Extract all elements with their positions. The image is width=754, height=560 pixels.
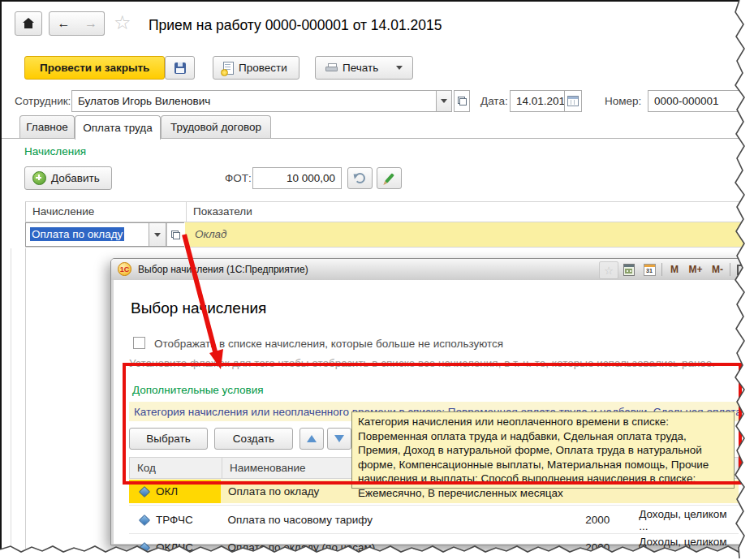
row-code: ТРФЧС — [156, 514, 193, 526]
accrual-selected-text[interactable]: Оплата по окладу — [30, 227, 124, 241]
employee-value: Булатов Игорь Виленович — [78, 95, 210, 107]
indicators-cell[interactable]: Оклад — [185, 222, 754, 247]
employee-input[interactable]: Булатов Игорь Виленович — [71, 90, 437, 112]
row-number: 2000 — [439, 514, 618, 526]
annotation-rectangle — [123, 363, 742, 485]
show-unused-checkbox[interactable] — [133, 337, 145, 349]
maximize-button[interactable] — [735, 261, 751, 278]
tab-salary[interactable]: Оплата труда — [75, 115, 161, 140]
column-divider — [186, 202, 187, 222]
dialog-title: Выбор начисления (1С:Предприятие) — [138, 259, 308, 280]
number-input[interactable]: 0000-000001 — [648, 90, 747, 112]
add-label: Добавить — [51, 172, 100, 184]
save-icon — [174, 62, 186, 74]
col-accrual: Начисление — [32, 205, 94, 218]
print-label: Печать — [343, 62, 378, 74]
save-button[interactable] — [165, 56, 195, 80]
row-name: Оплата по часовому тарифу — [221, 514, 440, 526]
memory-add-button[interactable]: М+ — [685, 261, 706, 278]
tab-contract-label: Трудовой договор — [170, 121, 261, 133]
employee-open-button[interactable] — [454, 90, 470, 112]
row-code: ОКЛЧС — [156, 541, 193, 554]
list-row-oklchs[interactable]: ОКЛЧС Оплата по окладу (по часам) 2000 Д… — [129, 535, 739, 560]
forward-arrow-icon: → — [84, 16, 97, 31]
post-document-icon — [223, 62, 234, 75]
memory-subtract-label: М- — [712, 264, 723, 275]
tab-main[interactable]: Главное — [19, 115, 75, 138]
accrual-dropdown-button[interactable] — [149, 223, 166, 246]
calendar-31-icon: 31 — [644, 264, 656, 276]
submit-and-close-label: Провести и закрыть — [40, 62, 149, 74]
back-arrow-icon: ← — [58, 16, 71, 31]
fot-input[interactable]: 10 000,00 — [252, 167, 342, 189]
tab-main-label: Главное — [26, 121, 68, 133]
print-button[interactable]: Печать — [315, 56, 413, 80]
number-value: 0000-000001 — [654, 95, 719, 107]
memory-recall-button[interactable]: М — [666, 261, 683, 278]
tab-contract[interactable]: Трудовой договор — [161, 115, 271, 138]
1c-logo-icon: 1С — [118, 262, 131, 276]
tab-salary-label: Оплата труда — [83, 122, 152, 134]
memory-recall-label: М — [670, 264, 679, 275]
recalculate-button[interactable] — [347, 167, 373, 189]
date-calendar-button[interactable] — [564, 90, 582, 112]
memory-add-label: М+ — [688, 264, 702, 275]
titlebar-calendar-button[interactable]: 31 — [640, 261, 658, 278]
accruals-table-row[interactable]: Оплата по окладу Оклад — [25, 222, 754, 248]
refresh-icon — [355, 173, 365, 183]
accrual-open-button[interactable] — [166, 223, 184, 246]
titlebar-separator — [730, 263, 730, 276]
employee-dropdown-caret-icon — [441, 99, 447, 103]
accruals-table-header: Начисление Показатели — [25, 201, 754, 222]
accruals-section-title: Начисления — [24, 145, 86, 157]
memory-subtract-button[interactable]: М- — [707, 261, 728, 278]
back-button[interactable]: ← — [49, 11, 79, 36]
open-list-icon — [458, 97, 467, 106]
indicator-value: Оклад — [195, 228, 226, 240]
accrual-type-icon — [139, 514, 150, 525]
home-button[interactable] — [15, 11, 42, 36]
frame-border-top — [0, 0, 754, 2]
date-input[interactable]: 14.01.2015 — [510, 90, 565, 112]
calendar-icon — [567, 96, 579, 106]
accrual-editor-cell[interactable]: Оплата по окладу — [25, 222, 184, 247]
add-plus-icon — [32, 171, 46, 185]
screenshot-root: ← → ☆ Прием на работу 0000-000001 от 14.… — [0, 0, 754, 560]
accrual-type-icon — [139, 485, 150, 497]
accrual-type-icon — [139, 541, 150, 553]
titlebar-calculator-button[interactable] — [620, 261, 638, 278]
submit-and-close-button[interactable]: Провести и закрыть — [24, 56, 165, 80]
fot-value: 10 000,00 — [287, 172, 335, 184]
row-code: ОКЛ — [156, 485, 178, 498]
row-number: 2000 — [439, 541, 618, 554]
dialog-titlebar[interactable]: 1С Выбор начисления (1С:Предприятие) ☆ 3… — [111, 259, 748, 280]
row-separator — [129, 505, 739, 506]
print-dropdown-caret-icon — [396, 66, 403, 70]
date-label: Дата: — [480, 95, 508, 107]
edit-button[interactable] — [377, 167, 402, 189]
add-button[interactable]: Добавить — [24, 166, 112, 190]
frame-border-left — [0, 0, 2, 560]
titlebar-favorite-button[interactable]: ☆ — [599, 261, 618, 279]
forward-button[interactable]: → — [78, 11, 105, 36]
employee-label: Сотрудник: — [15, 95, 71, 107]
list-row-trfchs[interactable]: ТРФЧС Оплата по часовому тарифу 2000 Дох… — [129, 507, 739, 532]
row-separator — [129, 533, 739, 534]
employee-dropdown-button[interactable] — [436, 90, 452, 112]
open-list-icon — [171, 230, 180, 239]
col-indicators: Показатели — [193, 205, 252, 218]
date-value: 14.01.2015 — [516, 95, 571, 107]
post-button[interactable]: Провести — [213, 56, 299, 80]
row-name: Оплата по окладу — [228, 485, 319, 498]
number-label: Номер: — [605, 95, 641, 107]
dialog-heading: Выбор начисления — [131, 299, 266, 317]
pencil-icon — [385, 173, 394, 183]
fot-label: ФОТ: — [225, 172, 252, 184]
favorite-star-icon[interactable]: ☆ — [114, 13, 131, 32]
calculator-icon — [623, 264, 635, 276]
row-extra: Доходы, целиком ... — [618, 508, 739, 532]
titlebar-separator — [661, 263, 662, 276]
titlebar-star-icon: ☆ — [604, 265, 614, 277]
print-icon — [325, 63, 338, 72]
page-title: Прием на работу 0000-000001 от 14.01.201… — [149, 17, 442, 34]
